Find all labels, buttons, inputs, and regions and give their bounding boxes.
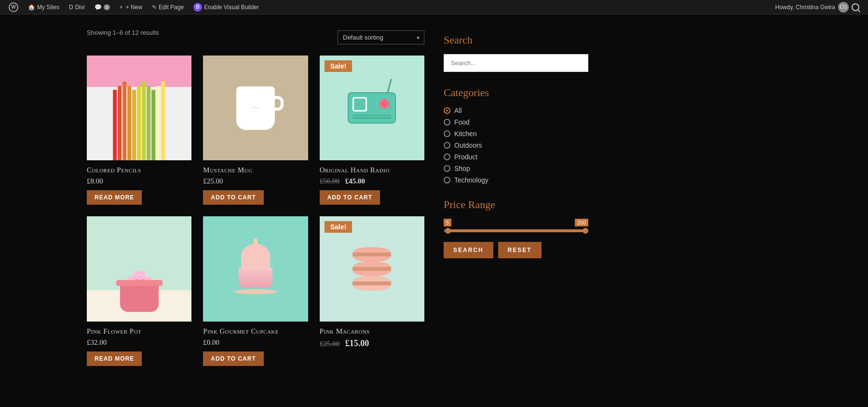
product-card-flower-pot[interactable]: 🌸 Pink Flower Pot £32.00 READ MORE [87,216,191,365]
sale-badge-radio: Sale! [325,60,352,72]
product-image-mustache-mug: 〜 [203,56,308,160]
sites-icon: 🏠 [28,4,35,11]
user-greeting: Howdy, Christina Gwira [775,4,835,11]
category-radio-all[interactable] [444,107,450,114]
product-price: £8.00 [87,177,191,185]
wp-icon: W [9,2,18,12]
enable-visual-builder-menu[interactable]: D Enable Visual Builder [189,0,264,14]
macaron-stack [353,247,391,291]
sort-wrapper[interactable]: Default sorting Sort by popularity Sort … [338,30,424,44]
divi-menu[interactable]: D Divi [64,0,90,14]
divi-icon-text: D [69,4,73,11]
slider-thumb-min[interactable] [445,228,451,234]
category-outdoors[interactable]: Outdoors [444,141,588,149]
cupcake-wrapper [234,244,277,294]
plus-icon: + [120,4,123,11]
comments-menu[interactable]: 💬 3 [90,0,115,14]
category-technology[interactable]: Technology [444,176,588,184]
price-slider-track[interactable] [444,229,588,232]
add-to-cart-button-cupcake[interactable]: ADD TO CART [203,351,263,366]
product-image-macarons: Sale! [320,216,424,321]
category-food[interactable]: Food [444,118,588,126]
products-grid: Colored Pencils £8.00 READ MORE 〜 Mustac… [87,56,424,366]
product-image-flower-pot: 🌸 [87,216,191,321]
product-price: £56.00 £45.00 [320,177,424,185]
main-container: Showing 1–6 of 12 results Default sortin… [0,14,868,380]
edit-page-menu[interactable]: ✎ Edit Page [147,0,189,14]
product-title: Pink Gourmet Cupcake [203,327,308,336]
pencil-icon: ✎ [152,4,157,11]
sidebar: Search Categories All Food Kitchen Outdo… [444,29,588,366]
category-radio-outdoors[interactable] [444,142,450,149]
search-icon[interactable] [852,3,859,11]
price-range-widget: Price Range 5 200 Search Reset [444,198,588,258]
category-label-outdoors: Outdoors [454,141,482,149]
category-radio-kitchen[interactable] [444,130,450,137]
product-price: £0.00 [203,338,308,347]
category-label-food: Food [454,118,470,126]
product-image-cupcake [203,216,308,321]
product-image-radio: Sale! [320,56,424,160]
category-product[interactable]: Product [444,153,588,161]
search-widget: Search [444,34,588,72]
product-price: £25.00 [203,177,308,185]
category-radio-shop[interactable] [444,165,450,172]
admin-bar-right: Howdy, Christina Gwira CG [775,2,864,13]
price-min-label: 5 [444,219,451,226]
category-kitchen[interactable]: Kitchen [444,130,588,138]
comments-icon: 💬 [95,4,102,11]
read-more-button-pencils[interactable]: READ MORE [87,190,142,205]
product-title: Pink Macarons [320,327,424,336]
category-radio-product[interactable] [444,154,450,160]
sort-select[interactable]: Default sorting Sort by popularity Sort … [338,30,424,44]
category-label-shop: Shop [454,165,470,172]
product-title: Mustache Mug [203,166,308,174]
add-to-cart-button-mug[interactable]: ADD TO CART [203,190,263,205]
product-card-cupcake[interactable]: Pink Gourmet Cupcake £0.00 ADD TO CART [203,216,308,365]
original-price: £56.00 [320,177,339,185]
product-card-radio[interactable]: Sale! Original Hand Radio £56.00 [320,56,424,205]
product-title: Pink Flower Pot [87,327,191,336]
new-menu[interactable]: + + New [115,0,147,14]
radio-body [348,92,396,124]
category-label-product: Product [454,153,477,161]
admin-bar: W 🏠 My Sites D Divi 💬 3 + + New ✎ Edit P… [0,0,868,14]
search-widget-title: Search [444,34,588,46]
category-radio-food[interactable] [444,119,450,126]
category-label-kitchen: Kitchen [454,130,477,138]
read-more-button-flowerpot[interactable]: READ MORE [87,351,142,366]
price-search-button[interactable]: Search [444,242,493,258]
add-to-cart-button-radio[interactable]: ADD TO CART [320,190,380,205]
price-buttons: Search Reset [444,242,588,258]
product-title: Colored Pencils [87,166,191,174]
category-radio-technology[interactable] [444,177,450,183]
price-range-title: Price Range [444,198,588,211]
sale-badge-macarons: Sale! [325,221,352,233]
avatar: CG [838,2,849,13]
product-price: £25.00 £15.00 [320,338,424,349]
price-reset-button[interactable]: Reset [498,242,542,258]
divi-visual-icon: D [193,3,202,12]
slider-thumb-max[interactable] [583,228,588,234]
product-card-macarons[interactable]: Sale! [320,216,424,365]
product-card-colored-pencils[interactable]: Colored Pencils £8.00 READ MORE [87,56,191,205]
categories-title: Categories [444,86,588,99]
price-range-labels: 5 200 [444,219,588,226]
product-card-mustache-mug[interactable]: 〜 Mustache Mug £25.00 ADD TO CART [203,56,308,205]
category-all[interactable]: All [444,107,588,114]
mug-shape: 〜 [236,86,275,130]
category-label-all: All [454,107,462,114]
product-price: £32.00 [87,338,191,347]
wp-logo[interactable]: W [4,0,23,14]
search-input[interactable] [444,54,588,72]
category-shop[interactable]: Shop [444,165,588,172]
products-section: Showing 1–6 of 12 results Default sortin… [87,29,424,366]
results-count: Showing 1–6 of 12 results [87,29,159,36]
product-image-colored-pencils [87,56,191,160]
sale-price: £15.00 [345,338,369,348]
my-sites-menu[interactable]: 🏠 My Sites [23,0,64,14]
product-title: Original Hand Radio [320,166,424,174]
original-price: £25.00 [320,340,339,348]
category-label-technology: Technology [454,176,488,184]
price-max-label: 200 [575,219,588,226]
